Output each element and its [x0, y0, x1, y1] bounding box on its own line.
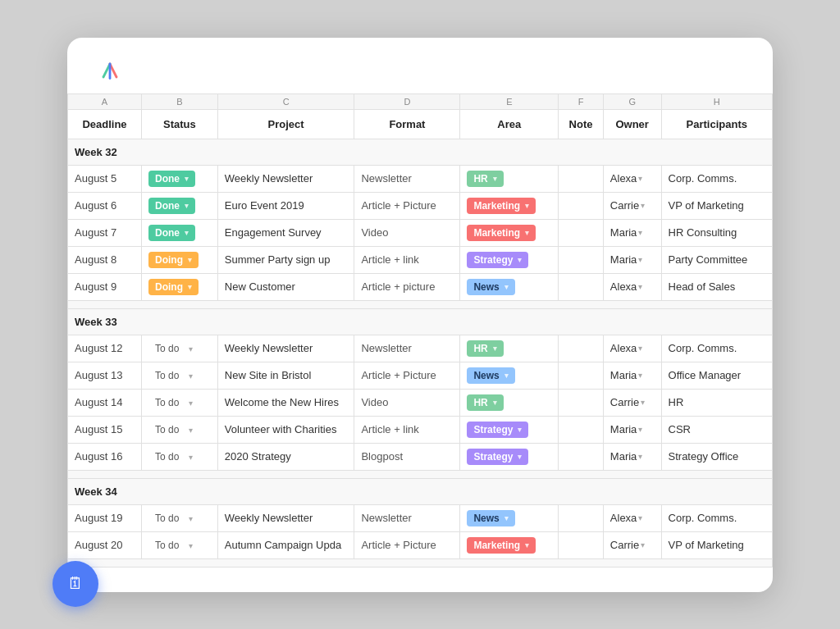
cell-status[interactable]: To do ▾: [142, 443, 218, 470]
cell-area[interactable]: Marketing ▾: [460, 219, 559, 246]
cell-deadline: August 12: [68, 335, 142, 362]
cell-status[interactable]: Doing ▾: [142, 273, 218, 300]
owner-name: Maria: [610, 226, 637, 239]
status-arrow-icon: ▾: [188, 283, 192, 291]
header-project: Project: [217, 109, 354, 139]
area-arrow-icon: ▾: [518, 453, 522, 461]
cell-owner[interactable]: Alexa ▾: [603, 273, 661, 300]
owner-name: Alexa: [610, 342, 637, 354]
cell-project: Welcome the New Hires: [217, 389, 354, 416]
cell-owner[interactable]: Maria ▾: [603, 443, 661, 470]
cell-note: [559, 192, 604, 219]
cell-note: [559, 389, 604, 416]
cell-status[interactable]: To do ▾: [142, 362, 218, 389]
status-arrow-icon: ▾: [185, 229, 189, 237]
add-item-button[interactable]: 🗓: [52, 561, 98, 607]
cell-status[interactable]: To do ▾: [142, 416, 218, 443]
cell-owner[interactable]: Maria ▾: [603, 362, 661, 389]
cell-owner[interactable]: Maria ▾: [603, 219, 661, 246]
table-row: August 8Doing ▾Summer Party sign upArtic…: [68, 246, 773, 273]
table-row: August 7Done ▾Engagement SurveyVideoMark…: [68, 219, 773, 246]
col-letter-d: D: [354, 93, 460, 109]
cell-area[interactable]: HR ▾: [460, 165, 559, 192]
status-dropdown-arrow: ▾: [189, 371, 193, 381]
cell-project: Euro Event 2019: [217, 192, 354, 219]
cell-area[interactable]: News ▾: [460, 504, 559, 531]
week-spacer: [68, 300, 773, 308]
area-arrow-icon: ▾: [525, 541, 529, 549]
cell-deadline: August 20: [68, 531, 142, 558]
cell-note: [559, 165, 604, 192]
status-badge: Doing ▾: [148, 252, 199, 268]
cell-owner[interactable]: Alexa ▾: [603, 165, 661, 192]
cell-deadline: August 9: [68, 273, 142, 300]
owner-dropdown-arrow: ▾: [638, 425, 642, 434]
cell-area[interactable]: Strategy ▾: [460, 246, 559, 273]
status-arrow-icon: ▾: [185, 202, 189, 210]
cell-status[interactable]: To do ▾: [142, 389, 218, 416]
cell-status[interactable]: Done ▾: [142, 192, 218, 219]
cell-owner[interactable]: Carrie ▾: [603, 531, 661, 558]
cell-area[interactable]: News ▾: [460, 273, 559, 300]
area-arrow-icon: ▾: [493, 399, 497, 407]
table-row: August 12To do ▾Weekly NewsletterNewslet…: [68, 335, 773, 362]
main-table: A B C D E F G H Deadline Status Project …: [67, 93, 773, 567]
cell-deadline: August 8: [68, 246, 142, 273]
cell-area[interactable]: HR ▾: [460, 335, 559, 362]
cell-format: Article + Picture: [354, 362, 460, 389]
cell-format: Article + Picture: [354, 531, 460, 558]
cell-status[interactable]: Done ▾: [142, 165, 218, 192]
cell-participants: Corp. Comms.: [661, 504, 772, 531]
area-badge: Marketing ▾: [467, 225, 536, 241]
cell-area[interactable]: Strategy ▾: [460, 416, 559, 443]
cell-status[interactable]: To do ▾: [142, 531, 218, 558]
header-note: Note: [559, 109, 604, 139]
cell-project: Weekly Newsletter: [217, 504, 354, 531]
table-row: August 16To do ▾2020 StrategyBlogpostStr…: [68, 443, 773, 470]
col-letter-g: G: [603, 93, 661, 109]
status-badge: To do: [148, 537, 185, 554]
header-deadline: Deadline: [68, 109, 142, 139]
cell-note: [559, 531, 604, 558]
cell-status[interactable]: To do ▾: [142, 335, 218, 362]
cell-status[interactable]: Done ▾: [142, 219, 218, 246]
cell-owner[interactable]: Maria ▾: [603, 246, 661, 273]
owner-dropdown-arrow: ▾: [641, 398, 645, 407]
owner-dropdown-arrow: ▾: [641, 540, 645, 549]
table-row: August 14To do ▾Welcome the New HiresVid…: [68, 389, 773, 416]
owner-name: Carrie: [610, 539, 639, 551]
owner-name: Carrie: [610, 199, 639, 212]
cell-deadline: August 16: [68, 443, 142, 470]
cell-area[interactable]: News ▾: [460, 362, 559, 389]
spreadsheet-container: A B C D E F G H Deadline Status Project …: [67, 38, 773, 592]
owner-name: Alexa: [610, 172, 637, 185]
cell-area[interactable]: Marketing ▾: [460, 192, 559, 219]
cell-note: [559, 504, 604, 531]
cell-area[interactable]: Strategy ▾: [460, 443, 559, 470]
area-badge: Strategy ▾: [467, 449, 528, 465]
cell-area[interactable]: Marketing ▾: [460, 531, 559, 558]
table-row: August 6Done ▾Euro Event 2019Article + P…: [68, 192, 773, 219]
col-letter-b: B: [142, 93, 218, 109]
status-badge: To do: [148, 367, 185, 384]
cell-status[interactable]: Doing ▾: [142, 246, 218, 273]
cell-owner[interactable]: Maria ▾: [603, 416, 661, 443]
area-badge: Marketing ▾: [467, 198, 536, 214]
table-row: August 19To do ▾Weekly NewsletterNewslet…: [68, 504, 773, 531]
col-letter-c: C: [217, 93, 354, 109]
cell-owner[interactable]: Alexa ▾: [603, 504, 661, 531]
owner-name: Alexa: [610, 512, 637, 524]
cell-status[interactable]: To do ▾: [142, 504, 218, 531]
area-arrow-icon: ▾: [525, 202, 529, 210]
cell-area[interactable]: HR ▾: [460, 389, 559, 416]
cell-owner[interactable]: Carrie ▾: [603, 192, 661, 219]
cell-deadline: August 13: [68, 362, 142, 389]
header-owner: Owner: [603, 109, 661, 139]
cell-owner[interactable]: Alexa ▾: [603, 335, 661, 362]
week-label: Week 32: [68, 139, 773, 165]
header-status: Status: [142, 109, 218, 139]
logo-area: [67, 54, 773, 93]
cell-format: Video: [354, 389, 460, 416]
cell-owner[interactable]: Carrie ▾: [603, 389, 661, 416]
status-dropdown-arrow: ▾: [189, 453, 193, 462]
